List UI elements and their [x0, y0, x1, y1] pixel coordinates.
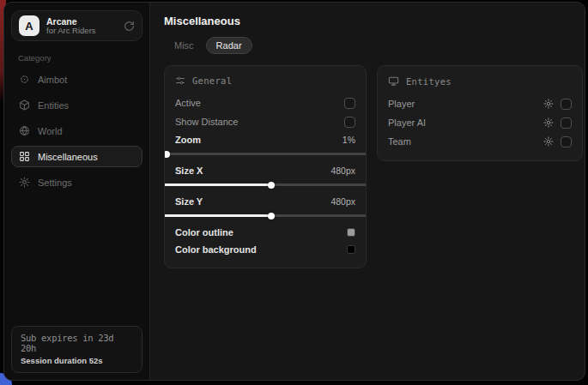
color-row-outline: Color outline: [175, 224, 355, 241]
color-label: Color outline: [175, 227, 233, 238]
entity-row-team: Team: [388, 132, 572, 151]
toggle-row-show-distance: Show Distance: [175, 112, 355, 131]
player-ai-checkbox[interactable]: [561, 117, 572, 129]
sidebar-item-entities[interactable]: Entities: [11, 94, 142, 116]
slider-label: Size Y: [175, 196, 203, 207]
sidebar-item-label: Miscellaneous: [38, 152, 98, 162]
slider-row-zoom: Zoom 1%: [175, 131, 355, 148]
toggle-row-active: Active: [175, 93, 355, 112]
slider-row-size-y: Size Y 480px: [175, 193, 355, 210]
sidebar-item-miscellaneous[interactable]: Miscellaneous: [11, 146, 142, 167]
session-duration-text: Session duration 52s: [21, 356, 133, 365]
slider-value: 1%: [342, 135, 355, 145]
tab-radar[interactable]: Radar: [206, 37, 252, 54]
entity-row-player-ai: Player AI: [388, 113, 572, 132]
sidebar-item-settings[interactable]: Settings: [11, 171, 142, 193]
slider-handle[interactable]: [164, 151, 170, 158]
color-outline-swatch[interactable]: [347, 228, 355, 237]
tab-misc[interactable]: Misc: [164, 37, 204, 54]
toggle-label: Active: [175, 98, 201, 108]
sidebar-item-label: Entities: [38, 100, 69, 111]
sidebar-item-label: Settings: [38, 177, 72, 188]
app-window: A Arcane for Arc Riders Category Aimbot: [3, 2, 585, 381]
main-content: Miscellaneous Misc Radar General Active: [150, 3, 585, 380]
general-panel: General Active Show Distance Zoom 1%: [164, 65, 367, 268]
size-x-slider[interactable]: [165, 183, 366, 186]
zoom-slider[interactable]: [165, 153, 366, 155]
team-checkbox[interactable]: [561, 136, 572, 147]
size-y-slider[interactable]: [165, 214, 366, 217]
slider-row-size-x: Size X 480px: [175, 162, 355, 179]
show-distance-checkbox[interactable]: [344, 117, 355, 128]
sidebar-item-aimbot[interactable]: Aimbot: [11, 69, 142, 90]
slider-value: 480px: [330, 165, 355, 176]
entity-label: Player: [388, 99, 415, 109]
sidebar-nav: Aimbot Entities World: [11, 69, 142, 193]
slider-label: Size X: [175, 165, 203, 176]
sliders-icon: [175, 75, 185, 86]
crosshair-icon: [19, 74, 30, 85]
toggle-label: Show Distance: [175, 117, 238, 127]
entity-label: Player AI: [388, 117, 426, 128]
sidebar-item-label: World: [38, 126, 63, 136]
refresh-icon[interactable]: [124, 21, 135, 32]
sidebar-item-world[interactable]: World: [11, 120, 142, 141]
slider-handle[interactable]: [268, 182, 275, 189]
cube-icon: [19, 99, 30, 111]
sidebar: A Arcane for Arc Riders Category Aimbot: [4, 3, 150, 380]
entity-label: Team: [388, 136, 411, 147]
grid-icon: [19, 151, 30, 162]
color-row-background: Color background: [175, 241, 355, 258]
player-checkbox[interactable]: [561, 99, 572, 110]
general-panel-title: General: [192, 75, 232, 86]
gear-icon[interactable]: [543, 117, 554, 128]
subscription-expires-text: Sub expires in 23d 20h: [21, 333, 133, 353]
gear-icon[interactable]: [543, 99, 554, 109]
brand-logo: A: [19, 15, 39, 36]
gear-icon: [19, 177, 30, 188]
brand-subtitle: for Arc Riders: [46, 27, 117, 36]
color-background-swatch[interactable]: [347, 245, 355, 254]
page-title: Miscellaneous: [164, 15, 583, 27]
sidebar-item-label: Aimbot: [38, 75, 67, 85]
gear-icon[interactable]: [543, 136, 554, 147]
entity-row-player: Player: [388, 94, 572, 113]
slider-value: 480px: [330, 196, 355, 207]
slider-handle[interactable]: [268, 213, 275, 220]
color-label: Color background: [175, 244, 257, 255]
brand-title: Arcane: [46, 16, 117, 27]
subscription-card: Sub expires in 23d 20h Session duration …: [11, 326, 142, 373]
entities-panel: Entityes Player P: [377, 65, 583, 161]
category-label: Category: [18, 53, 137, 63]
slider-label: Zoom: [175, 135, 201, 145]
tab-bar: Misc Radar: [164, 37, 583, 54]
monitor-icon: [388, 75, 399, 87]
globe-icon: [19, 125, 30, 136]
entities-panel-title: Entityes: [406, 76, 452, 87]
brand-card: A Arcane for Arc Riders: [11, 10, 142, 41]
active-checkbox[interactable]: [344, 98, 355, 109]
